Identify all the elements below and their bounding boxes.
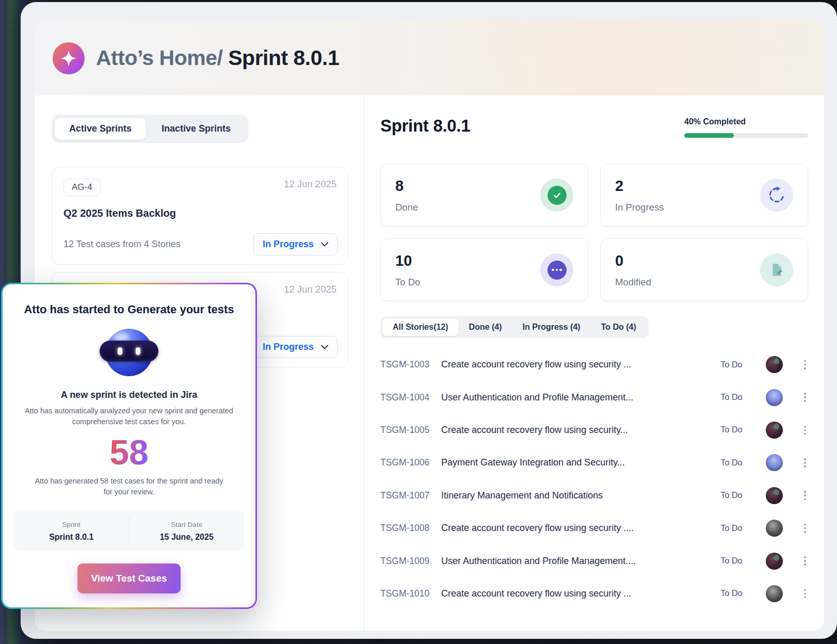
story-id: TSGM-1010 xyxy=(380,588,441,599)
story-title: Create account recovery flow using secur… xyxy=(441,359,721,370)
stat-card-modified: 0 Modified xyxy=(600,238,808,301)
page-title: Atto’s Home/ Sprint 8.0.1 xyxy=(96,46,339,70)
sprint-date: 12 Jun 2025 xyxy=(284,179,336,190)
story-row[interactable]: TSGM-1008 Create account recovery flow u… xyxy=(380,512,808,544)
story-status: To Do xyxy=(721,458,743,468)
story-row[interactable]: TSGM-1009 User Authentication and Profil… xyxy=(380,544,808,577)
story-title: Create account recovery flow using secur… xyxy=(441,588,721,599)
story-row[interactable]: TSGM-1004 User Authentication and Profil… xyxy=(380,381,808,413)
done-count: 8 xyxy=(395,178,418,195)
atto-logo-icon xyxy=(53,42,85,74)
story-row[interactable]: TSGM-1005 Create account recovery flow u… xyxy=(380,414,808,446)
story-id: TSGM-1008 xyxy=(380,523,441,534)
todo-count: 10 xyxy=(395,252,420,269)
generated-test-count: 58 xyxy=(109,434,149,470)
progress-label: 40% Completed xyxy=(684,117,808,126)
progress-bar xyxy=(684,133,808,138)
avatar xyxy=(766,356,783,373)
start-date-label: Start Date xyxy=(130,521,245,528)
story-id: TSGM-1003 xyxy=(380,359,441,370)
story-title: Payment Gateway Integration and Security… xyxy=(441,457,721,468)
tab-inactive-sprints[interactable]: Inactive Sprints xyxy=(147,118,245,140)
check-icon xyxy=(540,179,573,212)
refresh-icon xyxy=(760,179,793,212)
status-dropdown-value: In Progress xyxy=(263,342,314,352)
progress-fill xyxy=(684,133,734,138)
sprint-detail-panel: Sprint 8.0.1 40% Completed 8 D xyxy=(364,95,824,631)
story-status: To Do xyxy=(721,491,743,500)
stat-card-to-do: 10 To Do xyxy=(380,238,588,301)
sprint-date: 12 Jun 2025 xyxy=(284,284,336,295)
kebab-menu-icon[interactable] xyxy=(802,489,808,502)
story-title: Itinerary Management and Notifications xyxy=(441,490,721,501)
story-title: Create account recovery flow using secur… xyxy=(441,425,721,436)
tab-in-progress[interactable]: In Progress (4) xyxy=(512,318,591,336)
atto-robot-icon xyxy=(105,329,153,376)
story-status: To Do xyxy=(721,589,743,598)
story-status: To Do xyxy=(721,425,743,434)
robot-visor xyxy=(100,341,158,362)
chevron-down-icon xyxy=(321,345,328,349)
avatar xyxy=(766,520,783,537)
story-row[interactable]: TSGM-1006 Payment Gateway Integration an… xyxy=(380,446,808,479)
robot-eye xyxy=(118,347,122,355)
story-id: TSGM-1004 xyxy=(380,392,441,403)
tab-all-stories[interactable]: All Stories(12) xyxy=(382,318,459,336)
sprint-label: Sprint xyxy=(14,521,129,528)
tab-to-do[interactable]: To Do (4) xyxy=(591,318,647,336)
story-row[interactable]: TSGM-1003 Create account recovery flow u… xyxy=(380,348,808,381)
test-generation-modal: Atto has started to Generate your tests … xyxy=(1,283,257,609)
tab-done[interactable]: Done (4) xyxy=(459,318,512,336)
sprint-key-badge: AG-4 xyxy=(63,179,101,196)
kebab-menu-icon[interactable] xyxy=(802,587,808,601)
story-list: TSGM-1003 Create account recovery flow u… xyxy=(380,348,808,610)
avatar xyxy=(766,585,783,602)
avatar xyxy=(766,422,783,439)
story-row[interactable]: TSGM-1007 Itinerary Management and Notif… xyxy=(380,479,808,512)
status-dropdown[interactable]: In Progress xyxy=(253,336,337,358)
tab-active-sprints[interactable]: Active Sprints xyxy=(55,118,146,140)
modal-title: Atto has started to Generate your tests xyxy=(24,303,234,316)
breadcrumb-current: Sprint 8.0.1 xyxy=(228,46,339,70)
stat-card-done: 8 Done xyxy=(380,164,588,227)
story-id: TSGM-1007 xyxy=(380,490,441,501)
stat-card-in-progress: 2 In Progress xyxy=(600,164,808,227)
story-id: TSGM-1005 xyxy=(380,425,441,436)
story-id: TSGM-1009 xyxy=(380,556,441,567)
story-title: User Authentication and Profile Manageme… xyxy=(441,556,721,567)
start-date-value: 15 June, 2025 xyxy=(130,533,245,542)
sprint-value: Sprint 8.0.1 xyxy=(14,533,129,542)
in-progress-label: In Progress xyxy=(615,202,664,213)
view-test-cases-button[interactable]: View Test Cases xyxy=(77,564,181,593)
avatar xyxy=(766,553,783,570)
story-status: To Do xyxy=(721,524,743,533)
robot-eye xyxy=(136,347,140,355)
kebab-menu-icon[interactable] xyxy=(802,358,808,372)
story-status: To Do xyxy=(721,556,743,566)
status-dropdown[interactable]: In Progress xyxy=(253,233,337,255)
modal-description: Atto has automatically analyzed your new… xyxy=(23,406,235,427)
story-row[interactable]: TSGM-1010 Create account recovery flow u… xyxy=(380,577,808,610)
todo-label: To Do xyxy=(395,277,420,288)
document-edit-icon xyxy=(760,253,793,286)
modal-subtitle: A new sprint is detected in Jira xyxy=(61,390,197,400)
kebab-menu-icon[interactable] xyxy=(802,522,808,535)
modified-label: Modified xyxy=(615,277,651,288)
sprint-progress: 40% Completed xyxy=(684,117,808,138)
kebab-menu-icon[interactable] xyxy=(802,554,808,568)
page-background: Atto’s Home/ Sprint 8.0.1 Active Sprints… xyxy=(0,0,837,644)
chevron-down-icon xyxy=(321,242,328,247)
sprint-info-band: Sprint Sprint 8.0.1 Start Date 15 June, … xyxy=(14,511,244,551)
avatar xyxy=(766,487,783,504)
kebab-menu-icon[interactable] xyxy=(802,391,808,404)
sprint-card-title: Q2 2025 Items Backlog xyxy=(63,207,336,219)
done-label: Done xyxy=(395,202,418,213)
sprint-card[interactable]: AG-4 12 Jun 2025 Q2 2025 Items Backlog 1… xyxy=(52,167,348,265)
kebab-menu-icon[interactable] xyxy=(802,456,808,470)
sprint-title: Sprint 8.0.1 xyxy=(380,116,470,136)
story-title: User Authentication and Profile Manageme… xyxy=(441,392,721,403)
story-id: TSGM-1006 xyxy=(380,457,441,468)
kebab-menu-icon[interactable] xyxy=(802,424,808,437)
count-caption: Atto has generated 58 test cases for the… xyxy=(31,476,227,497)
sprint-filter-tabs: Active Sprints Inactive Sprints xyxy=(52,115,248,143)
